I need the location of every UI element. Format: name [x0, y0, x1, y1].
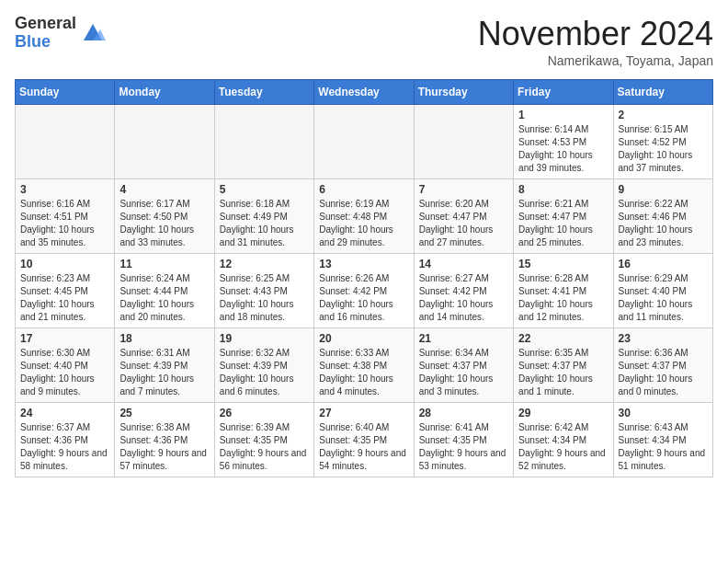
logo: General Blue — [15, 15, 106, 52]
day-number: 29 — [518, 407, 608, 419]
calendar-cell: 22Sunrise: 6:35 AM Sunset: 4:37 PM Dayli… — [514, 328, 613, 403]
day-number: 10 — [20, 258, 109, 270]
calendar-cell: 2Sunrise: 6:15 AM Sunset: 4:52 PM Daylig… — [613, 105, 712, 179]
day-number: 9 — [619, 183, 708, 196]
week-row-2: 10Sunrise: 6:23 AM Sunset: 4:45 PM Dayli… — [16, 254, 713, 328]
header-monday: Monday — [115, 80, 214, 105]
week-row-3: 17Sunrise: 6:30 AM Sunset: 4:40 PM Dayli… — [16, 328, 713, 403]
day-info: Sunrise: 6:15 AM Sunset: 4:52 PM Dayligh… — [619, 123, 708, 175]
day-info: Sunrise: 6:20 AM Sunset: 4:47 PM Dayligh… — [419, 198, 508, 249]
calendar-cell: 1Sunrise: 6:14 AM Sunset: 4:53 PM Daylig… — [514, 105, 613, 179]
logo-icon — [80, 20, 106, 46]
day-info: Sunrise: 6:42 AM Sunset: 4:34 PM Dayligh… — [518, 421, 608, 473]
location-text: Namerikawa, Toyama, Japan — [478, 53, 713, 68]
day-info: Sunrise: 6:18 AM Sunset: 4:49 PM Dayligh… — [220, 198, 309, 249]
header-row: SundayMondayTuesdayWednesdayThursdayFrid… — [16, 80, 713, 105]
calendar-cell: 29Sunrise: 6:42 AM Sunset: 4:34 PM Dayli… — [514, 403, 613, 477]
day-info: Sunrise: 6:21 AM Sunset: 4:47 PM Dayligh… — [518, 198, 608, 249]
calendar-cell: 23Sunrise: 6:36 AM Sunset: 4:37 PM Dayli… — [613, 328, 712, 403]
calendar-cell: 19Sunrise: 6:32 AM Sunset: 4:39 PM Dayli… — [214, 328, 313, 403]
day-info: Sunrise: 6:35 AM Sunset: 4:37 PM Dayligh… — [518, 347, 608, 398]
calendar-cell: 14Sunrise: 6:27 AM Sunset: 4:42 PM Dayli… — [414, 254, 513, 328]
day-number: 15 — [518, 258, 608, 270]
day-number: 14 — [419, 258, 508, 270]
calendar-cell: 11Sunrise: 6:24 AM Sunset: 4:44 PM Dayli… — [115, 254, 214, 328]
calendar-cell: 13Sunrise: 6:26 AM Sunset: 4:42 PM Dayli… — [314, 254, 414, 328]
calendar-cell: 10Sunrise: 6:23 AM Sunset: 4:45 PM Dayli… — [16, 254, 115, 328]
calendar-cell — [414, 105, 513, 179]
day-number: 11 — [119, 258, 209, 270]
day-info: Sunrise: 6:19 AM Sunset: 4:48 PM Dayligh… — [319, 198, 408, 249]
day-info: Sunrise: 6:26 AM Sunset: 4:42 PM Dayligh… — [319, 272, 408, 324]
header-wednesday: Wednesday — [314, 80, 414, 105]
week-row-1: 3Sunrise: 6:16 AM Sunset: 4:51 PM Daylig… — [16, 179, 713, 254]
calendar-cell — [214, 105, 313, 179]
day-number: 1 — [518, 109, 608, 121]
calendar-cell: 25Sunrise: 6:38 AM Sunset: 4:36 PM Dayli… — [115, 403, 214, 477]
page-header: General Blue November 2024 Namerikawa, T… — [15, 15, 713, 68]
header-friday: Friday — [514, 80, 613, 105]
day-number: 24 — [20, 407, 109, 419]
week-row-4: 24Sunrise: 6:37 AM Sunset: 4:36 PM Dayli… — [16, 403, 713, 477]
calendar-cell: 6Sunrise: 6:19 AM Sunset: 4:48 PM Daylig… — [314, 179, 414, 254]
calendar-cell: 3Sunrise: 6:16 AM Sunset: 4:51 PM Daylig… — [16, 179, 115, 254]
day-number: 28 — [419, 407, 508, 419]
day-number: 6 — [319, 183, 408, 196]
day-number: 17 — [20, 332, 109, 345]
day-number: 26 — [220, 407, 309, 419]
day-number: 19 — [220, 332, 309, 345]
day-info: Sunrise: 6:32 AM Sunset: 4:39 PM Dayligh… — [220, 347, 309, 398]
day-number: 27 — [319, 407, 408, 419]
day-number: 8 — [518, 183, 608, 196]
calendar-cell: 4Sunrise: 6:17 AM Sunset: 4:50 PM Daylig… — [115, 179, 214, 254]
header-thursday: Thursday — [414, 80, 513, 105]
day-info: Sunrise: 6:14 AM Sunset: 4:53 PM Dayligh… — [518, 123, 608, 175]
calendar-cell — [314, 105, 414, 179]
day-number: 22 — [518, 332, 608, 345]
calendar-cell: 27Sunrise: 6:40 AM Sunset: 4:35 PM Dayli… — [314, 403, 414, 477]
day-number: 5 — [220, 183, 309, 196]
day-number: 2 — [619, 109, 708, 121]
day-number: 7 — [419, 183, 508, 196]
day-info: Sunrise: 6:41 AM Sunset: 4:35 PM Dayligh… — [419, 421, 508, 473]
month-title: November 2024 — [478, 15, 713, 53]
day-number: 23 — [619, 332, 708, 345]
day-number: 20 — [319, 332, 408, 345]
day-info: Sunrise: 6:24 AM Sunset: 4:44 PM Dayligh… — [119, 272, 209, 324]
day-info: Sunrise: 6:38 AM Sunset: 4:36 PM Dayligh… — [119, 421, 209, 473]
calendar-cell: 15Sunrise: 6:28 AM Sunset: 4:41 PM Dayli… — [514, 254, 613, 328]
day-number: 30 — [619, 407, 708, 419]
day-info: Sunrise: 6:22 AM Sunset: 4:46 PM Dayligh… — [619, 198, 708, 249]
calendar-cell: 30Sunrise: 6:43 AM Sunset: 4:34 PM Dayli… — [613, 403, 712, 477]
calendar-cell: 5Sunrise: 6:18 AM Sunset: 4:49 PM Daylig… — [214, 179, 313, 254]
day-info: Sunrise: 6:23 AM Sunset: 4:45 PM Dayligh… — [20, 272, 109, 324]
day-info: Sunrise: 6:39 AM Sunset: 4:35 PM Dayligh… — [220, 421, 309, 473]
day-info: Sunrise: 6:27 AM Sunset: 4:42 PM Dayligh… — [419, 272, 508, 324]
day-info: Sunrise: 6:30 AM Sunset: 4:40 PM Dayligh… — [20, 347, 109, 398]
day-number: 12 — [220, 258, 309, 270]
calendar-cell: 21Sunrise: 6:34 AM Sunset: 4:37 PM Dayli… — [414, 328, 513, 403]
day-number: 16 — [619, 258, 708, 270]
day-info: Sunrise: 6:43 AM Sunset: 4:34 PM Dayligh… — [619, 421, 708, 473]
calendar-cell: 7Sunrise: 6:20 AM Sunset: 4:47 PM Daylig… — [414, 179, 513, 254]
day-info: Sunrise: 6:28 AM Sunset: 4:41 PM Dayligh… — [518, 272, 608, 324]
calendar-table: SundayMondayTuesdayWednesdayThursdayFrid… — [15, 79, 713, 477]
calendar-cell — [16, 105, 115, 179]
day-number: 25 — [119, 407, 209, 419]
week-row-0: 1Sunrise: 6:14 AM Sunset: 4:53 PM Daylig… — [16, 105, 713, 179]
day-info: Sunrise: 6:31 AM Sunset: 4:39 PM Dayligh… — [119, 347, 209, 398]
calendar-header: SundayMondayTuesdayWednesdayThursdayFrid… — [16, 80, 713, 105]
header-tuesday: Tuesday — [214, 80, 313, 105]
day-info: Sunrise: 6:33 AM Sunset: 4:38 PM Dayligh… — [319, 347, 408, 398]
calendar-cell: 24Sunrise: 6:37 AM Sunset: 4:36 PM Dayli… — [16, 403, 115, 477]
day-number: 3 — [20, 183, 109, 196]
day-info: Sunrise: 6:40 AM Sunset: 4:35 PM Dayligh… — [319, 421, 408, 473]
logo-general-text: General — [15, 15, 76, 33]
day-number: 18 — [119, 332, 209, 345]
day-number: 13 — [319, 258, 408, 270]
day-info: Sunrise: 6:34 AM Sunset: 4:37 PM Dayligh… — [419, 347, 508, 398]
calendar-cell: 20Sunrise: 6:33 AM Sunset: 4:38 PM Dayli… — [314, 328, 414, 403]
calendar-cell: 9Sunrise: 6:22 AM Sunset: 4:46 PM Daylig… — [613, 179, 712, 254]
title-block: November 2024 Namerikawa, Toyama, Japan — [478, 15, 713, 68]
calendar-cell: 28Sunrise: 6:41 AM Sunset: 4:35 PM Dayli… — [414, 403, 513, 477]
